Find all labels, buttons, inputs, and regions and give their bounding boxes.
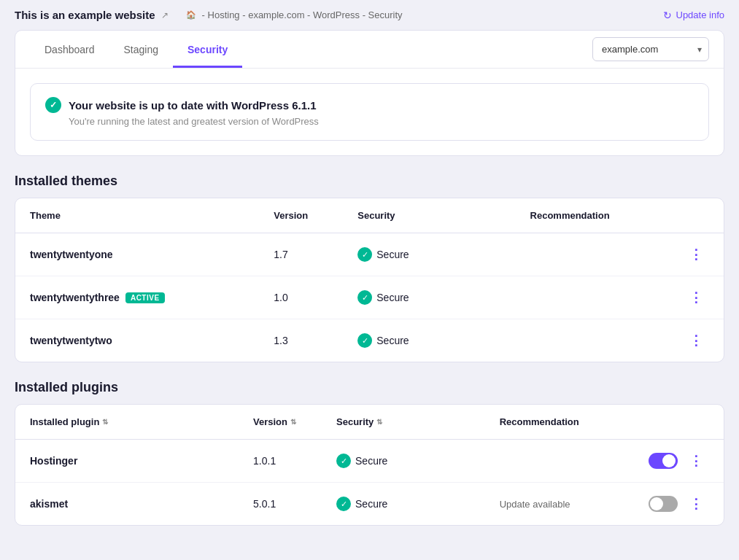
domain-selector[interactable]: example.com ▾ bbox=[592, 37, 709, 61]
refresh-icon: ↻ bbox=[663, 9, 672, 21]
more-options-button[interactable]: ⋮ bbox=[684, 494, 709, 513]
security-badge: ✓ Secure bbox=[357, 290, 409, 305]
secure-check-icon: ✓ bbox=[357, 333, 372, 348]
secure-check-icon: ✓ bbox=[336, 454, 351, 468]
theme-version: 1.0 bbox=[259, 276, 343, 319]
table-row: twentytwentytwo 1.3 ✓ Secure ⋮ bbox=[15, 319, 724, 362]
plugins-table-body: Hostinger 1.0.1 ✓ Secure bbox=[15, 440, 724, 526]
theme-version: 1.3 bbox=[259, 319, 343, 362]
col-recommendation-header: Recommendation bbox=[485, 405, 634, 440]
plugins-table-header: Installed plugin ⇅ Version ⇅ Security bbox=[15, 405, 724, 440]
plugins-table: Installed plugin ⇅ Version ⇅ Security bbox=[15, 405, 724, 525]
table-row: twentytwentythree ACTIVE 1.0 ✓ Secure ⋮ bbox=[15, 276, 724, 319]
themes-table-card: Theme Version Security Recommendation tw… bbox=[15, 198, 724, 362]
theme-name: twentytwentyone bbox=[30, 249, 244, 260]
theme-name: twentytwentythree ACTIVE bbox=[30, 292, 244, 303]
theme-recommendation bbox=[516, 276, 669, 319]
themes-table: Theme Version Security Recommendation tw… bbox=[15, 198, 724, 362]
plugin-toggle[interactable] bbox=[649, 496, 678, 512]
breadcrumb: - Hosting - example.com - WordPress - Se… bbox=[202, 9, 403, 20]
sort-icon: ⇅ bbox=[376, 419, 382, 426]
tabs-card: Dashboard Staging Security example.com ▾… bbox=[15, 30, 724, 156]
tabs-content: ✓ Your website is up to date with WordPr… bbox=[15, 69, 724, 155]
main-content: Dashboard Staging Security example.com ▾… bbox=[0, 30, 739, 540]
top-bar: This is an example website ↗ 🏠 - Hosting… bbox=[0, 0, 739, 30]
themes-table-body: twentytwentyone 1.7 ✓ Secure ⋮ bbox=[15, 233, 724, 362]
plugin-name: Hostinger bbox=[30, 455, 224, 467]
secure-check-icon: ✓ bbox=[357, 247, 372, 262]
col-version-header: Version ⇅ bbox=[239, 405, 322, 440]
table-row: Hostinger 1.0.1 ✓ Secure bbox=[15, 440, 724, 483]
theme-recommendation bbox=[516, 233, 669, 276]
domain-dropdown[interactable]: example.com bbox=[592, 37, 709, 61]
security-badge: ✓ Secure bbox=[336, 497, 387, 511]
tab-security[interactable]: Security bbox=[173, 31, 242, 68]
col-actions-header bbox=[669, 198, 724, 233]
col-plugin-header: Installed plugin ⇅ bbox=[15, 405, 239, 440]
security-badge: ✓ Secure bbox=[357, 247, 409, 262]
theme-version: 1.7 bbox=[259, 233, 343, 276]
sort-icon: ⇅ bbox=[102, 419, 108, 426]
tab-staging[interactable]: Staging bbox=[109, 31, 173, 68]
more-options-button[interactable]: ⋮ bbox=[684, 451, 709, 470]
sort-icon: ⇅ bbox=[290, 419, 296, 426]
col-security-header: Security bbox=[343, 198, 515, 233]
plugin-version: 1.0.1 bbox=[239, 440, 322, 483]
wp-status-subtitle: You're running the latest and greatest v… bbox=[69, 116, 694, 127]
plugins-section-title: Installed plugins bbox=[15, 380, 724, 395]
top-bar-left: This is an example website ↗ 🏠 - Hosting… bbox=[15, 9, 403, 21]
theme-name: twentytwentytwo bbox=[30, 335, 244, 346]
more-options-button[interactable]: ⋮ bbox=[684, 288, 709, 307]
col-theme-header: Theme bbox=[15, 198, 259, 233]
plugin-name: akismet bbox=[30, 498, 224, 510]
plugin-recommendation bbox=[485, 440, 634, 483]
more-options-button[interactable]: ⋮ bbox=[684, 245, 709, 264]
col-recommendation-header: Recommendation bbox=[516, 198, 669, 233]
site-title: This is an example website bbox=[15, 9, 155, 21]
security-badge: ✓ Secure bbox=[357, 333, 409, 348]
themes-table-header: Theme Version Security Recommendation bbox=[15, 198, 724, 233]
wp-status-header: ✓ Your website is up to date with WordPr… bbox=[45, 97, 694, 113]
more-options-button[interactable]: ⋮ bbox=[684, 331, 709, 350]
table-row: twentytwentyone 1.7 ✓ Secure ⋮ bbox=[15, 233, 724, 276]
update-info-button[interactable]: ↻ Update info bbox=[663, 9, 725, 21]
plugin-version: 5.0.1 bbox=[239, 483, 322, 526]
theme-recommendation bbox=[516, 319, 669, 362]
recommendation-text: Update available bbox=[500, 499, 570, 510]
wp-status-banner: ✓ Your website is up to date with WordPr… bbox=[30, 83, 709, 141]
external-link-icon[interactable]: ↗ bbox=[161, 10, 169, 20]
plugin-toggle[interactable] bbox=[649, 453, 678, 469]
tab-dashboard[interactable]: Dashboard bbox=[30, 31, 109, 68]
col-security-header: Security ⇅ bbox=[322, 405, 485, 440]
themes-section-title: Installed themes bbox=[15, 174, 724, 189]
secure-check-icon: ✓ bbox=[357, 290, 372, 305]
plugins-table-card: Installed plugin ⇅ Version ⇅ Security bbox=[15, 404, 724, 526]
col-version-header: Version bbox=[259, 198, 343, 233]
table-row: akismet 5.0.1 ✓ Secure Update available bbox=[15, 483, 724, 526]
active-badge: ACTIVE bbox=[125, 292, 165, 303]
security-badge: ✓ Secure bbox=[336, 454, 387, 468]
tabs: Dashboard Staging Security bbox=[30, 31, 242, 68]
col-actions-header bbox=[634, 405, 724, 440]
secure-check-icon: ✓ bbox=[336, 497, 351, 511]
check-circle-icon: ✓ bbox=[45, 97, 61, 113]
tabs-bar: Dashboard Staging Security example.com ▾ bbox=[15, 31, 724, 69]
wp-status-title: Your website is up to date with WordPres… bbox=[69, 99, 317, 112]
